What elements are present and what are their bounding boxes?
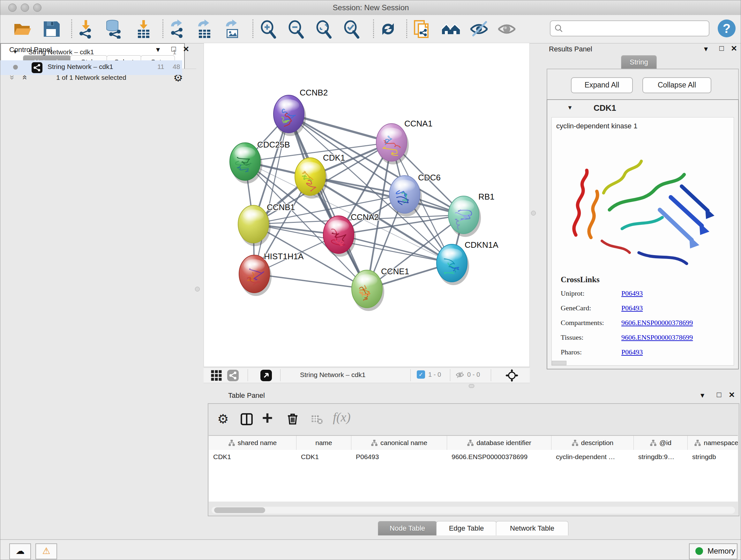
- table-cell[interactable]: cyclin-dependent …: [551, 450, 634, 464]
- left-splitter-handle[interactable]: [195, 287, 200, 292]
- crosslink-row: Compartments: 9606.ENSP00000378699: [561, 319, 733, 329]
- hide-panel-eye-icon[interactable]: [469, 19, 489, 39]
- toolbar-divider: [450, 369, 450, 381]
- export-image-icon[interactable]: [222, 19, 243, 39]
- svg-text:CDC25B: CDC25B: [257, 140, 290, 149]
- results-panel-close-icon[interactable]: ✕: [731, 44, 737, 53]
- global-search-field[interactable]: [550, 20, 710, 37]
- warnings-button[interactable]: ⚠: [36, 543, 57, 559]
- bottom-splitter-handle[interactable]: [469, 384, 474, 388]
- crosslink-link[interactable]: 9606.ENSP00000378699: [621, 333, 693, 341]
- return-home-icon[interactable]: [441, 19, 461, 39]
- collapse-all-networks-icon[interactable]: »: [7, 75, 17, 79]
- show-columns-icon[interactable]: [240, 413, 253, 426]
- scrollbar-thumb[interactable]: [214, 507, 265, 513]
- help-button[interactable]: ?: [718, 19, 736, 37]
- crosslink-link[interactable]: 9606.ENSP00000378699: [621, 319, 693, 327]
- string-network-graph[interactable]: CCNB2CCNA1CDC25BCDK1CDC6RB1CCNB1CCNA2CDK…: [204, 43, 529, 367]
- export-network-icon[interactable]: [168, 19, 188, 39]
- column-header-description[interactable]: description: [551, 436, 634, 450]
- table-cell[interactable]: CDK1: [296, 450, 351, 464]
- show-panel-eye-icon[interactable]: [496, 19, 517, 39]
- crosslink-link[interactable]: P06493: [621, 304, 643, 312]
- export-table-icon[interactable]: [194, 19, 215, 39]
- memory-button[interactable]: Memory: [689, 543, 738, 559]
- import-table-icon[interactable]: [133, 19, 154, 39]
- grid-view-icon[interactable]: [211, 370, 222, 381]
- crosslink-label: GeneCard:: [561, 304, 591, 312]
- selected-nodes-checkbox-icon[interactable]: ✓: [417, 370, 425, 379]
- table-row[interactable]: CDK1CDK1P064939606.ENSP00000378699cyclin…: [209, 450, 738, 464]
- collapse-all-button[interactable]: Collapse All: [643, 77, 711, 93]
- expand-all-button[interactable]: Expand All: [571, 77, 633, 93]
- svg-text:CDK1: CDK1: [323, 153, 345, 163]
- tab-string[interactable]: String: [621, 55, 657, 69]
- import-database-icon[interactable]: [104, 19, 125, 39]
- tab-network-table[interactable]: Network Table: [496, 521, 568, 536]
- column-header-shared-name[interactable]: shared name: [209, 436, 296, 450]
- table-cell[interactable]: P06493: [351, 450, 447, 464]
- entry-expanded-icon[interactable]: ▼: [567, 105, 573, 111]
- table-cell[interactable]: 9606.ENSP00000378699: [447, 450, 551, 464]
- save-session-icon[interactable]: [41, 19, 62, 39]
- results-panel-menu-icon[interactable]: ▾: [704, 44, 708, 53]
- column-header-canonical-name[interactable]: canonical name: [351, 436, 447, 450]
- crosslink-row: Uniprot: P06493: [561, 289, 733, 300]
- toolbar-divider: [248, 369, 248, 381]
- protein-structure-image: [563, 142, 723, 269]
- column-header-name[interactable]: name: [296, 436, 351, 450]
- zoom-selected-icon[interactable]: [341, 19, 362, 39]
- network-canvas[interactable]: CCNB2CCNA1CDC25BCDK1CDC6RB1CCNB1CCNA2CDK…: [204, 43, 530, 367]
- table-horizontal-scrollbar[interactable]: [212, 507, 735, 514]
- crosslink-link[interactable]: P06493: [621, 348, 643, 356]
- cdk1-entry-header[interactable]: ▼ CDK1: [547, 100, 738, 117]
- entry-scrollbar-stub[interactable]: [552, 361, 566, 365]
- apply-layout-icon[interactable]: [378, 19, 398, 39]
- status-bar: ☁ ⚠ Memory: [0, 539, 741, 560]
- birds-eye-view-icon[interactable]: [506, 369, 518, 382]
- crosslinks-title: CrossLinks: [561, 275, 600, 284]
- column-header--id[interactable]: @id: [634, 436, 688, 450]
- toolbar-separator: [373, 19, 374, 38]
- cdk1-entry-box: ▼ CDK1 cyclin-dependent kinase 1: [547, 99, 739, 369]
- open-in-window-icon[interactable]: [260, 370, 272, 381]
- table-panel-title: Table Panel: [228, 391, 265, 400]
- hidden-items-eye-icon[interactable]: [455, 370, 465, 379]
- delete-column-trash-icon[interactable]: [286, 412, 299, 425]
- table-cell[interactable]: stringdb: [688, 450, 738, 464]
- table-options-gear-icon[interactable]: ⚙: [217, 412, 229, 426]
- table-cell[interactable]: CDK1: [209, 450, 296, 464]
- network-share-badge-icon[interactable]: [227, 370, 239, 381]
- control-panel-close-icon[interactable]: ✕: [183, 45, 189, 54]
- open-session-icon[interactable]: [12, 19, 33, 39]
- toolbar-divider: [410, 369, 411, 381]
- import-network-icon[interactable]: [76, 19, 97, 39]
- column-header-database-identifier[interactable]: database identifier: [447, 436, 551, 450]
- cloud-icon: ☁: [16, 546, 24, 556]
- results-panel-float-icon[interactable]: □: [719, 44, 724, 53]
- column-header-namespace[interactable]: namespace: [688, 436, 738, 450]
- table-panel-menu-icon[interactable]: ▾: [700, 391, 704, 400]
- expand-all-networks-icon[interactable]: «: [20, 75, 30, 79]
- table-panel-float-icon[interactable]: □: [717, 390, 722, 399]
- network-row-selected[interactable]: String Network – cdk1 11 48: [0, 60, 182, 75]
- svg-text:HIST1H1A: HIST1H1A: [264, 252, 304, 261]
- search-input[interactable]: [566, 22, 705, 33]
- zoom-out-icon[interactable]: [286, 19, 307, 39]
- hidden-counts: 0 - 0: [467, 371, 480, 378]
- create-column-plus-icon[interactable]: +: [262, 407, 273, 428]
- import-string-network-icon[interactable]: [412, 19, 432, 39]
- zoom-in-icon[interactable]: [258, 19, 279, 39]
- tab-edge-table[interactable]: Edge Table: [436, 521, 496, 536]
- tab-node-table[interactable]: Node Table: [378, 521, 437, 536]
- table-cell[interactable]: stringdb:9…: [634, 450, 688, 464]
- network-row-label: String Network – cdk1: [48, 63, 113, 71]
- toolbar-separator: [253, 19, 253, 38]
- cloud-service-button[interactable]: ☁: [9, 543, 31, 559]
- table-panel-close-icon[interactable]: ✕: [729, 390, 735, 399]
- svg-text:CDKN1A: CDKN1A: [465, 240, 498, 250]
- tree-expanded-icon[interactable]: ▼: [12, 49, 18, 55]
- zoom-fit-icon[interactable]: [314, 19, 334, 39]
- crosslink-link[interactable]: P06493: [621, 289, 643, 298]
- network-collection-row[interactable]: ▼ String Network – cdk1 1: [0, 46, 182, 60]
